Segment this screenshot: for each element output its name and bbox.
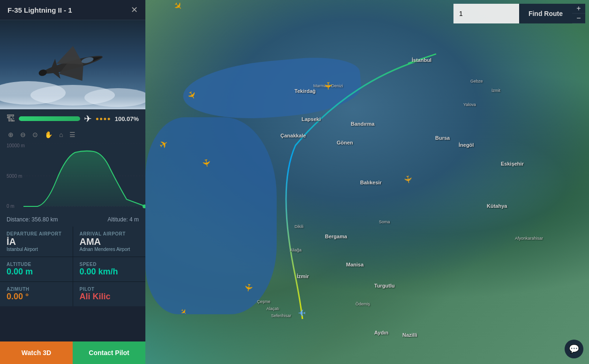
aircraft-svg xyxy=(0,20,145,109)
close-button[interactable]: ✕ xyxy=(131,6,138,14)
chart-label-5000: 5000 m xyxy=(7,174,25,179)
action-buttons: Watch 3D Contact Pilot xyxy=(0,341,145,364)
svg-point-4 xyxy=(30,85,115,106)
chart-y-labels: 10000 m 5000 m 0 m xyxy=(7,143,25,209)
panel-header: F-35 Lightning II - 1 ✕ xyxy=(0,0,145,20)
info-cards: DEPARTURE AIRPORT İA Istanbul Airport AR… xyxy=(0,227,145,306)
zoom-controls: + − xyxy=(572,4,585,23)
pan-chart-btn[interactable]: ✋ xyxy=(43,130,54,139)
zoom-fit-chart-btn[interactable]: ⊙ xyxy=(31,130,39,139)
contact-pilot-button[interactable]: Contact Pilot xyxy=(73,341,145,364)
progress-area: 🏗 ✈ ●●●● 100.07% xyxy=(0,109,145,128)
zoom-in-button[interactable]: + xyxy=(572,4,585,14)
chat-button[interactable]: 💬 xyxy=(565,340,583,358)
chart-svg-wrap xyxy=(23,143,139,211)
find-route-button[interactable]: Find Route xyxy=(519,4,572,23)
chart-toolbar: ⊕ ⊖ ⊙ ✋ ⌂ ☰ xyxy=(0,128,145,141)
speed-value: 0.00 km/h xyxy=(80,267,118,277)
pilot-card-label: PILOT xyxy=(80,287,95,292)
dist-alt-row: Distance: 356.80 km Altitude: 4 m xyxy=(0,214,145,227)
map-controls: Find Route + − xyxy=(453,4,585,23)
departure-label: DEPARTURE AIRPORT xyxy=(7,231,61,236)
zoom-out-button[interactable]: − xyxy=(572,14,585,23)
progress-track xyxy=(19,116,80,121)
progress-plane-icon: ✈ xyxy=(84,113,92,124)
arrival-name: Adnan Menderes Airport xyxy=(80,247,130,252)
plane-current: ✈ xyxy=(298,307,306,318)
side-panel: F-35 Lightning II - 1 ✕ xyxy=(0,0,145,364)
altitude-card-label: ALTITUDE xyxy=(7,262,31,267)
chart-label-0: 0 m xyxy=(7,204,25,209)
progress-fill xyxy=(19,116,80,121)
departure-name: Istanbul Airport xyxy=(7,247,38,252)
arrival-label: ARRIVAL AIRPORT xyxy=(80,231,126,236)
distance-label: Distance: 356.80 km xyxy=(7,216,58,223)
altitude-card: ALTITUDE 0.00 m xyxy=(0,257,73,281)
departure-code: İA xyxy=(7,236,16,247)
zoom-in-chart-btn[interactable]: ⊕ xyxy=(7,130,15,139)
menu-chart-btn[interactable]: ☰ xyxy=(68,130,77,139)
speed-card: SPEED 0.00 km/h xyxy=(73,257,146,281)
plane-icon-1: ✈ xyxy=(322,82,334,90)
pilot-card: PILOT Ali Kilic xyxy=(73,282,146,306)
departure-card: DEPARTURE AIRPORT İA Istanbul Airport xyxy=(0,227,73,257)
route-input[interactable] xyxy=(453,4,519,23)
pilot-value: Ali Kilic xyxy=(80,292,111,302)
panel-title: F-35 Lightning II - 1 xyxy=(8,6,72,14)
aircraft-image xyxy=(0,20,145,109)
speed-card-label: SPEED xyxy=(80,262,97,267)
arrival-card: ARRIVAL AIRPORT AMA Adnan Menderes Airpo… xyxy=(73,227,146,257)
tower-icon: 🏗 xyxy=(7,114,15,124)
azimuth-value: 0.00 ° xyxy=(7,292,29,302)
progress-dots: ●●●● xyxy=(96,115,111,122)
progress-percentage: 100.07% xyxy=(115,115,139,122)
azimuth-card: AZIMUTH 0.00 ° xyxy=(0,282,73,306)
altitude-chart-svg xyxy=(23,143,145,209)
azimuth-card-label: AZIMUTH xyxy=(7,287,30,292)
chart-label-10000: 10000 m xyxy=(7,143,25,148)
home-chart-btn[interactable]: ⌂ xyxy=(58,130,64,139)
arrival-code: AMA xyxy=(80,236,101,247)
altitude-chart-label: Altitude: 4 m xyxy=(107,216,139,223)
zoom-out-chart-btn[interactable]: ⊖ xyxy=(19,130,27,139)
altitude-value: 0.00 m xyxy=(7,267,33,277)
watch-3d-button[interactable]: Watch 3D xyxy=(0,341,73,364)
altitude-chart: 10000 m 5000 m 0 m xyxy=(0,141,145,214)
